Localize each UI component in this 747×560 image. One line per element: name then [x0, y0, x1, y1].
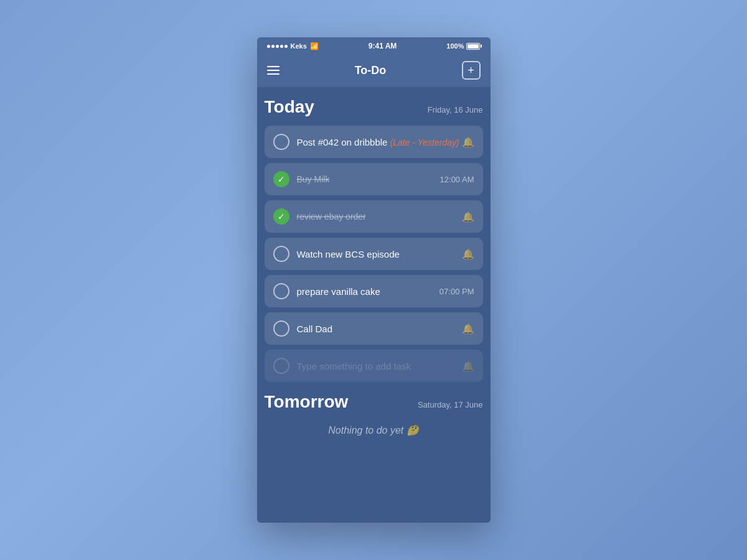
task-content-6: Call Dad 🔔: [297, 323, 474, 335]
task-checkbox-5[interactable]: [273, 283, 289, 299]
carrier-label: Keks: [291, 42, 307, 50]
status-bar: Keks 📶 9:41 AM 100%: [257, 37, 491, 55]
tomorrow-section: Tomorrow Saturday, 17 June Nothing to do…: [265, 392, 483, 442]
task-checkbox-6[interactable]: [273, 320, 289, 337]
task-time-2: 12:00 AM: [440, 175, 474, 184]
task-checkbox-1[interactable]: [273, 134, 289, 150]
bell-icon-1[interactable]: 🔔: [462, 136, 474, 148]
status-left: Keks 📶: [267, 42, 319, 50]
task-item[interactable]: ✓ review ebay order 🔔: [265, 200, 483, 233]
today-date: Friday, 16 June: [428, 105, 483, 114]
signal-dots: [267, 45, 288, 48]
task-time-5: 07:00 PM: [439, 287, 474, 296]
task-item[interactable]: ✓ Buy Milk 12:00 AM: [265, 163, 483, 195]
bell-icon-3[interactable]: 🔔: [462, 211, 474, 223]
task-content-3: review ebay order 🔔: [297, 211, 474, 223]
status-right: 100%: [446, 42, 480, 50]
task-item[interactable]: prepare vanilla cake 07:00 PM: [265, 275, 483, 307]
task-text-5: prepare vanilla cake: [297, 286, 380, 297]
task-content-1: Post #042 on dribbble (Late - Yesterday)…: [297, 136, 474, 148]
task-item[interactable]: Call Dad 🔔: [265, 312, 483, 345]
task-item[interactable]: Post #042 on dribbble (Late - Yesterday)…: [265, 126, 483, 158]
today-section-header: Today Friday, 16 June: [265, 97, 483, 117]
tomorrow-date: Saturday, 17 June: [418, 400, 483, 409]
status-time: 9:41 AM: [369, 42, 397, 50]
app-header: To-Do +: [257, 55, 491, 87]
checkmark-2: ✓: [278, 175, 285, 184]
empty-tomorrow-text: Nothing to do yet 🤔: [265, 424, 483, 442]
add-task-input[interactable]: Type something to add task: [297, 361, 411, 371]
wifi-icon: 📶: [310, 42, 319, 50]
task-content-5: prepare vanilla cake 07:00 PM: [297, 286, 474, 297]
phone-container: Keks 📶 9:41 AM 100% To-Do + Today Friday…: [257, 37, 491, 523]
task-text-2: Buy Milk: [297, 174, 330, 184]
add-task-button[interactable]: +: [462, 61, 481, 80]
placeholder-checkbox: [273, 358, 289, 374]
task-item[interactable]: Watch new BCS episode 🔔: [265, 238, 483, 270]
add-task-row[interactable]: Type something to add task 🔔: [265, 350, 483, 382]
task-content-2: Buy Milk 12:00 AM: [297, 174, 474, 184]
tomorrow-section-header: Tomorrow Saturday, 17 June: [265, 392, 483, 412]
late-text-1: (Late - Yesterday): [390, 138, 459, 147]
battery-icon: [466, 43, 480, 50]
hamburger-menu-button[interactable]: [267, 66, 280, 75]
tomorrow-title: Tomorrow: [265, 392, 349, 412]
task-checkbox-2[interactable]: ✓: [273, 171, 289, 187]
battery-label: 100%: [446, 42, 464, 50]
bell-icon-6[interactable]: 🔔: [462, 323, 474, 335]
checkmark-3: ✓: [278, 212, 285, 221]
content-area: Today Friday, 16 June Post #042 on dribb…: [257, 87, 491, 523]
placeholder-content: Type something to add task 🔔: [297, 360, 474, 372]
task-text-4: Watch new BCS episode: [297, 249, 400, 259]
task-checkbox-3[interactable]: ✓: [273, 208, 289, 225]
task-text-3: review ebay order: [297, 212, 366, 222]
bell-icon-placeholder: 🔔: [462, 360, 474, 372]
task-checkbox-4[interactable]: [273, 246, 289, 262]
task-text-6: Call Dad: [297, 324, 333, 334]
bell-icon-4[interactable]: 🔔: [462, 248, 474, 260]
app-title: To-Do: [355, 64, 387, 77]
task-content-4: Watch new BCS episode 🔔: [297, 248, 474, 260]
task-text-1: Post #042 on dribbble (Late - Yesterday): [297, 137, 459, 147]
today-title: Today: [265, 97, 314, 117]
